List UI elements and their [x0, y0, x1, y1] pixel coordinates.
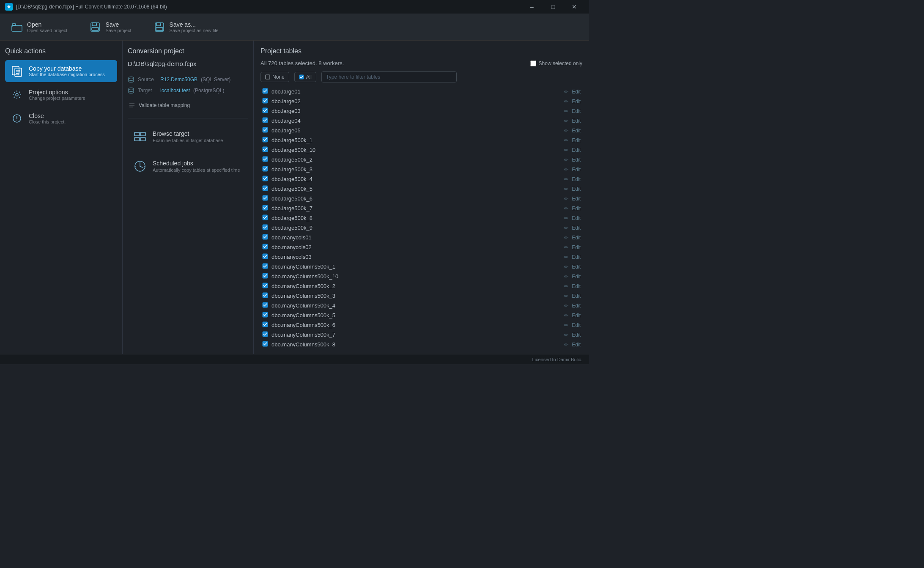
table-edit-button[interactable]: Edit [572, 235, 581, 241]
table-checkbox-icon[interactable] [262, 88, 268, 95]
table-edit-button[interactable]: Edit [572, 283, 581, 289]
table-checkbox-icon[interactable] [262, 263, 268, 270]
save-label: Save [105, 21, 131, 28]
close-project-icon [10, 112, 24, 125]
table-checkbox-icon[interactable] [262, 341, 268, 347]
table-edit-button[interactable]: Edit [572, 118, 581, 124]
source-db-icon [128, 76, 134, 83]
table-edit-button[interactable]: Edit [572, 176, 581, 182]
toolbar: Open Open saved project Save Save projec… [0, 14, 589, 41]
minimize-button[interactable]: – [522, 0, 542, 14]
table-edit-icon: ✏ [564, 196, 568, 202]
table-checkbox-icon[interactable] [262, 292, 268, 299]
table-edit-button[interactable]: Edit [572, 313, 581, 318]
table-edit-button[interactable]: Edit [572, 322, 581, 328]
table-row: dbo.manycols01✏Edit [260, 233, 582, 242]
open-label: Open [27, 21, 67, 28]
conversion-project-title: Conversion project [128, 47, 248, 55]
status-text: Licensed to Damir Bulic. [532, 357, 582, 362]
table-row: dbo.manyColumns500k_3✏Edit [260, 291, 582, 301]
none-button[interactable]: None [260, 72, 289, 82]
scheduled-jobs-label: Scheduled jobs [153, 160, 240, 167]
table-checkbox-icon[interactable] [262, 156, 268, 163]
table-edit-button[interactable]: Edit [572, 128, 581, 134]
all-button[interactable]: All [294, 72, 316, 82]
table-checkbox-icon[interactable] [262, 137, 268, 144]
table-edit-icon: ✏ [564, 322, 568, 328]
table-checkbox-icon[interactable] [262, 146, 268, 154]
table-checkbox-icon[interactable] [262, 205, 268, 212]
table-checkbox-icon[interactable] [262, 224, 268, 231]
validate-icon [129, 102, 135, 109]
table-edit-button[interactable]: Edit [572, 264, 581, 270]
browse-target-button[interactable]: Browse target Examine tables in target d… [128, 123, 248, 150]
table-checkbox-icon[interactable] [262, 185, 268, 192]
table-row: dbo.large500k_8✏Edit [260, 213, 582, 223]
table-checkbox-icon[interactable] [262, 176, 268, 183]
table-edit-button[interactable]: Edit [572, 274, 581, 280]
table-edit-button[interactable]: Edit [572, 147, 581, 153]
table-name: dbo.manycols03 [271, 254, 561, 260]
close-action[interactable]: Close Close this project. [5, 107, 117, 129]
save-as-button[interactable]: Save as... Save project as new file [149, 19, 223, 36]
table-edit-button[interactable]: Edit [572, 332, 581, 338]
table-edit-button[interactable]: Edit [572, 342, 581, 348]
window-close-button[interactable]: ✕ [565, 0, 584, 14]
table-row: dbo.manycols03✏Edit [260, 252, 582, 262]
table-row: dbo.manyColumns500k_2✏Edit [260, 281, 582, 291]
table-checkbox-icon[interactable] [262, 331, 268, 338]
save-button[interactable]: Save Save project [85, 19, 135, 36]
table-edit-button[interactable]: Edit [572, 157, 581, 163]
table-checkbox-icon[interactable] [262, 321, 268, 329]
table-edit-button[interactable]: Edit [572, 254, 581, 260]
table-checkbox-icon[interactable] [262, 253, 268, 261]
table-checkbox-icon[interactable] [262, 283, 268, 290]
table-edit-button[interactable]: Edit [572, 225, 581, 231]
table-checkbox-icon[interactable] [262, 117, 268, 124]
validate-mapping-button[interactable]: Validate table mapping [128, 99, 248, 111]
table-edit-button[interactable]: Edit [572, 167, 581, 173]
table-name: dbo.large05 [271, 127, 561, 134]
table-edit-icon: ✏ [564, 342, 568, 348]
table-edit-button[interactable]: Edit [572, 303, 581, 309]
scheduled-jobs-button[interactable]: Scheduled jobs Automatically copy tables… [128, 153, 248, 179]
table-checkbox-icon[interactable] [262, 166, 268, 173]
table-edit-button[interactable]: Edit [572, 196, 581, 202]
table-checkbox-icon[interactable] [262, 273, 268, 280]
open-button[interactable]: Open Open saved project [7, 19, 71, 36]
table-checkbox-icon[interactable] [262, 244, 268, 251]
table-edit-button[interactable]: Edit [572, 186, 581, 192]
table-name: dbo.manyColumns500k_10 [271, 273, 561, 280]
table-checkbox-icon[interactable] [262, 214, 268, 222]
table-edit-button[interactable]: Edit [572, 215, 581, 221]
table-checkbox-icon[interactable] [262, 234, 268, 241]
table-edit-button[interactable]: Edit [572, 293, 581, 299]
table-row: dbo.manyColumns500k_5✏Edit [260, 310, 582, 320]
table-edit-button[interactable]: Edit [572, 99, 581, 104]
titlebar: [D:\DB\sql2pg-demo.fcpx] Full Convert Ul… [0, 0, 589, 14]
table-checkbox-icon[interactable] [262, 127, 268, 134]
filter-input[interactable] [321, 71, 457, 82]
table-checkbox-icon[interactable] [262, 98, 268, 105]
table-edit-button[interactable]: Edit [572, 244, 581, 250]
svg-rect-4 [92, 27, 99, 30]
project-tables-title: Project tables [260, 47, 582, 55]
maximize-button[interactable]: □ [543, 0, 563, 14]
table-checkbox-icon[interactable] [262, 312, 268, 319]
table-edit-icon: ✏ [564, 313, 568, 318]
table-checkbox-icon[interactable] [262, 302, 268, 309]
svg-rect-8 [156, 27, 163, 30]
table-row: dbo.manyColumns500k_10✏Edit [260, 272, 582, 281]
show-selected-checkbox[interactable] [530, 60, 536, 66]
table-edit-button[interactable]: Edit [572, 89, 581, 95]
source-row: Source R12.Demo50GB (SQL Server) [128, 74, 248, 85]
table-name: dbo.manycols02 [271, 244, 561, 250]
project-options-action[interactable]: Project options Change project parameter… [5, 84, 117, 106]
table-edit-button[interactable]: Edit [572, 206, 581, 211]
table-edit-button[interactable]: Edit [572, 108, 581, 114]
table-checkbox-icon[interactable] [262, 107, 268, 115]
table-checkbox-icon[interactable] [262, 195, 268, 202]
copy-database-action[interactable]: Copy your database Start the database mi… [5, 60, 117, 82]
table-edit-button[interactable]: Edit [572, 137, 581, 143]
copy-database-sub: Start the database migration process [29, 72, 105, 77]
